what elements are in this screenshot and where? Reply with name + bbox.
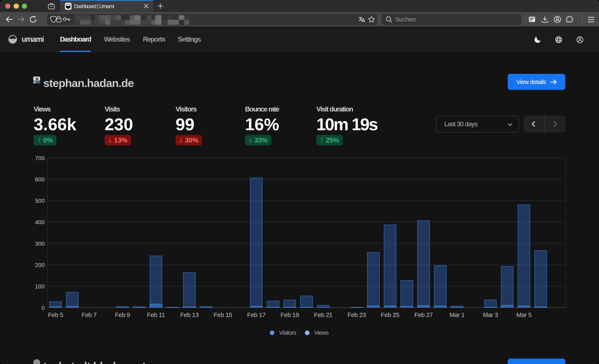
svg-text:Feb 11: Feb 11 <box>147 311 165 318</box>
svg-text:Feb 15: Feb 15 <box>214 311 232 318</box>
svg-text:Feb 7: Feb 7 <box>81 311 97 318</box>
svg-text:600: 600 <box>35 176 45 183</box>
svg-text:Feb 5: Feb 5 <box>48 311 63 318</box>
svg-text:Feb 25: Feb 25 <box>381 311 399 318</box>
svg-text:500: 500 <box>35 198 45 204</box>
svg-text:Feb 13: Feb 13 <box>180 311 199 318</box>
svg-text:Feb 9: Feb 9 <box>115 311 130 318</box>
svg-text:100: 100 <box>35 283 45 290</box>
svg-text:Mar 1: Mar 1 <box>449 311 465 318</box>
svg-text:Feb 27: Feb 27 <box>414 311 433 318</box>
svg-text:0: 0 <box>41 305 45 311</box>
svg-text:Mar 5: Mar 5 <box>516 311 532 318</box>
svg-text:200: 200 <box>35 262 45 268</box>
svg-text:Feb 17: Feb 17 <box>247 311 266 318</box>
svg-text:Feb 19: Feb 19 <box>281 311 299 318</box>
svg-text:300: 300 <box>35 240 45 247</box>
svg-text:Mar 3: Mar 3 <box>483 311 498 318</box>
svg-text:400: 400 <box>35 219 45 225</box>
svg-text:Feb 23: Feb 23 <box>347 311 366 318</box>
svg-text:Feb 21: Feb 21 <box>314 311 333 318</box>
svg-text:700: 700 <box>35 155 45 161</box>
